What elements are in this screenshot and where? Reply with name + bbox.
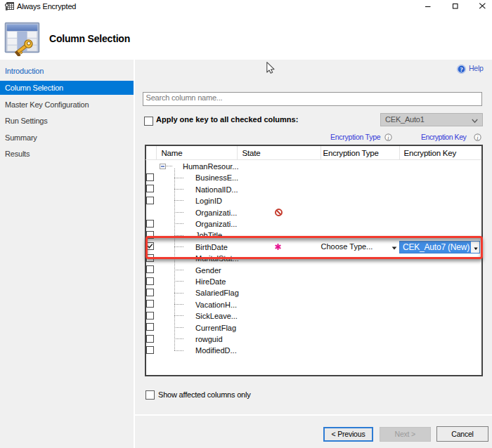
svg-text:?: ?: [460, 65, 463, 72]
